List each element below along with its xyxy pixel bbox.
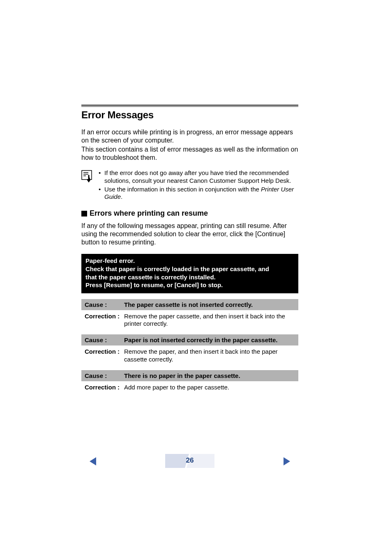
correction-3-text: Add more paper to the paper cassette. — [124, 384, 295, 391]
error-line-3: Press [Resume] to resume, or [Cancel] to… — [85, 281, 294, 289]
next-page-button[interactable] — [283, 456, 291, 468]
correction-row-3: Correction : Add more paper to the paper… — [81, 381, 298, 393]
cause-row-1: Cause : The paper cassette is not insert… — [81, 299, 298, 310]
svg-marker-9 — [284, 457, 290, 465]
error-title: Paper-feed error. — [85, 257, 294, 264]
note-item-1: If the error does not go away after you … — [99, 169, 298, 185]
note-item-2-text-c: . — [121, 193, 122, 200]
cause-3-text: There is no paper in the paper cassette. — [124, 372, 295, 379]
page-number: 26 — [186, 456, 194, 465]
note-list: If the error does not go away after you … — [99, 169, 298, 202]
cause-label: Cause : — [85, 372, 118, 379]
cause-row-3: Cause : There is no paper in the paper c… — [81, 370, 298, 381]
correction-row-2: Correction : Remove the paper, and then … — [81, 345, 298, 365]
correction-2-text: Remove the paper, and then insert it bac… — [124, 348, 295, 364]
cause-row-2: Cause : Paper is not inserted correctly … — [81, 334, 298, 345]
correction-row-1: Correction : Remove the paper cassette, … — [81, 310, 298, 330]
heading-error-messages: Error Messages — [81, 109, 298, 121]
cause-2-text: Paper is not inserted correctly in the p… — [124, 336, 295, 343]
cause-1-text: The paper cassette is not inserted corre… — [124, 301, 295, 308]
intro-paragraph-2: This section contains a list of error me… — [81, 145, 298, 162]
correction-1-text: Remove the paper cassette, and then inse… — [124, 313, 295, 328]
note-item-2-text-a: Use the information in this section in c… — [104, 186, 261, 193]
prev-page-button[interactable] — [89, 456, 97, 468]
note-item-2: Use the information in this section in c… — [99, 186, 298, 201]
note-block: If the error does not go away after you … — [81, 169, 298, 202]
correction-label: Correction : — [85, 348, 122, 364]
page-footer: 26 — [81, 454, 298, 469]
heading-rule — [81, 105, 298, 107]
svg-rect-0 — [82, 170, 92, 180]
error-message-box: Paper-feed error. Check that paper is co… — [81, 254, 298, 293]
intro-paragraph-1: If an error occurs while printing is in … — [81, 128, 298, 145]
svg-marker-6 — [90, 457, 96, 465]
square-bullet-icon — [81, 211, 87, 216]
subheading-text: Errors where printing can resume — [90, 209, 208, 218]
subheading-errors-resume: Errors where printing can resume — [81, 209, 298, 218]
page-content: Error Messages If an error occurs while … — [81, 105, 298, 393]
correction-label: Correction : — [85, 384, 122, 391]
svg-rect-4 — [88, 175, 90, 179]
cause-label: Cause : — [85, 336, 118, 343]
sub-intro: If any of the following messages appear,… — [81, 222, 298, 246]
note-item-1-text: If the error does not go away after you … — [104, 169, 291, 184]
error-line-2: that the paper cassette is correctly ins… — [85, 273, 294, 281]
correction-label: Correction : — [85, 313, 122, 328]
note-icon — [81, 170, 93, 202]
cause-label: Cause : — [85, 301, 118, 308]
error-line-1: Check that paper is correctly loaded in … — [85, 265, 294, 273]
svg-marker-7 — [165, 454, 189, 468]
